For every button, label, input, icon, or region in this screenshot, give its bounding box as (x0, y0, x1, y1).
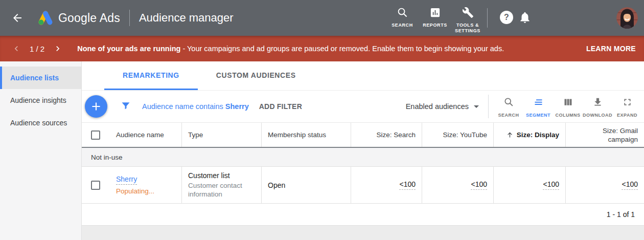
alert-banner: 1 / 2 None of your ads are running - You… (0, 36, 644, 61)
pagination-bar: 1 - 1 of 1 (82, 204, 644, 226)
column-header-type[interactable]: Type (181, 123, 261, 147)
header-actions: SEARCH REPORTS TOOLS & SETTINGS ? (386, 0, 644, 36)
column-header-size-search[interactable]: Size: Search (351, 123, 422, 147)
sidebar-item-audience-sources[interactable]: Audience sources (0, 112, 81, 134)
size-gmail-cell: <100 (565, 167, 644, 203)
header-search-button[interactable]: SEARCH (386, 0, 419, 36)
banner-headline: None of your ads are running (77, 45, 180, 53)
download-icon (592, 97, 603, 110)
type-detail: Customer contact information (188, 181, 261, 199)
download-button[interactable]: DOWNLOAD (583, 96, 612, 118)
type-cell: Customer list Customer contact informati… (181, 167, 261, 203)
header-reports-label: REPORTS (420, 23, 450, 28)
size-display-cell: <100 (493, 167, 565, 203)
banner-detail: - Your campaigns and ad groups are pause… (182, 45, 504, 53)
learn-more-link[interactable]: LEARN MORE (586, 45, 636, 53)
main-content: REMARKETING CUSTOM AUDIENCES Audience na… (82, 61, 644, 240)
audiences-table: Audience name Type Membership status Siz… (82, 122, 644, 226)
toolbar-divider (488, 95, 489, 118)
group-row-not-in-use: Not in-use (82, 148, 644, 167)
add-filter-button[interactable]: ADD FILTER (259, 102, 302, 111)
help-icon[interactable]: ? (500, 11, 513, 24)
table-toolbar: Audience name contains Sherry ADD FILTER… (82, 91, 644, 122)
banner-message: None of your ads are running - Your camp… (77, 45, 504, 53)
populating-status: Populating... (116, 187, 154, 195)
user-avatar[interactable] (616, 7, 638, 29)
chevron-left-icon[interactable] (11, 43, 21, 54)
segment-icon (533, 97, 544, 110)
tab-remarketing[interactable]: REMARKETING (104, 61, 198, 90)
tab-bar: REMARKETING CUSTOM AUDIENCES (82, 61, 644, 91)
audience-status-dropdown[interactable]: Enabled audiences (406, 102, 479, 111)
size-youtube-value[interactable]: <100 (471, 180, 487, 190)
column-header-audience-name[interactable]: Audience name (110, 123, 181, 147)
column-header-size-youtube[interactable]: Size: YouTube (422, 123, 493, 147)
header-tools-settings-label: TOOLS & SETTINGS (452, 23, 483, 34)
table-row: Sherry Populating... Customer list Custo… (82, 167, 644, 204)
bar-chart-icon (429, 7, 441, 20)
membership-status-cell: Open (261, 167, 351, 203)
size-search-cell: <100 (351, 167, 422, 203)
expand-icon (622, 97, 633, 110)
chevron-right-icon[interactable] (53, 43, 63, 54)
group-row-label: Not in-use (91, 154, 123, 161)
google-ads-logo-icon[interactable]: Google Ads (36, 10, 120, 26)
active-filter-chip[interactable]: Audience name contains Sherry (142, 102, 249, 111)
header-checkbox-cell (82, 123, 110, 147)
type-value: Customer list (188, 171, 230, 180)
audience-status-dropdown-value: Enabled audiences (406, 102, 469, 111)
column-header-size-display[interactable]: Size: Display (493, 123, 565, 147)
search-icon (397, 7, 408, 20)
back-arrow-icon[interactable] (11, 12, 24, 24)
size-youtube-cell: <100 (422, 167, 493, 203)
sidebar-item-label: Audience insights (10, 96, 66, 104)
app-header: Google Ads Audience manager SEARCH REPOR… (0, 0, 644, 36)
expand-button[interactable]: EXPAND (612, 96, 642, 118)
header-tools-settings-button[interactable]: TOOLS & SETTINGS (451, 0, 484, 36)
banner-pager-count: 1 / 2 (30, 45, 44, 53)
sidebar-item-label: Audience lists (10, 74, 59, 82)
banner-pager: 1 / 2 (11, 43, 63, 54)
columns-icon (563, 97, 573, 110)
content-background (82, 226, 644, 240)
table-header-row: Audience name Type Membership status Siz… (82, 123, 644, 148)
select-all-checkbox[interactable] (91, 130, 100, 140)
filter-value: Sherry (225, 102, 249, 111)
page-title: Audience manager (139, 11, 234, 25)
header-divider (129, 10, 130, 26)
chevron-down-icon (474, 105, 479, 108)
columns-label: COLUMNS (556, 113, 581, 118)
column-header-size-gmail[interactable]: Size: Gmail campaign (565, 123, 644, 147)
size-search-value[interactable]: <100 (399, 180, 416, 190)
audience-name-cell: Sherry Populating... (110, 167, 181, 203)
column-header-membership-status[interactable]: Membership status (261, 123, 351, 147)
segment-label: SEGMENT (526, 113, 550, 118)
column-header-size-display-label: Size: Display (517, 131, 559, 139)
pagination-range: 1 - 1 of 1 (607, 210, 635, 219)
segment-button[interactable]: SEGMENT (523, 96, 553, 118)
header-search-label: SEARCH (387, 23, 418, 28)
header-nav-divider (487, 8, 488, 28)
row-checkbox-cell (82, 167, 110, 203)
size-display-value[interactable]: <100 (543, 180, 559, 190)
add-audience-button[interactable] (85, 95, 107, 118)
sidebar-item-audience-insights[interactable]: Audience insights (0, 89, 81, 112)
sidebar: Audience lists Audience insights Audienc… (0, 61, 82, 240)
sidebar-item-audience-lists[interactable]: Audience lists (0, 67, 81, 89)
wrench-icon (462, 7, 474, 20)
audience-name-link[interactable]: Sherry (116, 175, 137, 185)
columns-button[interactable]: COLUMNS (553, 96, 583, 118)
size-gmail-value[interactable]: <100 (622, 180, 638, 190)
toolbar-actions: Enabled audiences SEARCH SEGMENT (406, 95, 642, 118)
table-search-label: SEARCH (498, 113, 519, 118)
column-header-size-gmail-label: Size: Gmail campaign (591, 126, 638, 144)
filter-prefix: Audience name contains (142, 102, 223, 111)
sort-ascending-icon (506, 131, 514, 139)
row-checkbox[interactable] (91, 181, 100, 190)
header-reports-button[interactable]: REPORTS (419, 0, 451, 36)
notifications-bell-icon[interactable] (518, 11, 532, 26)
tab-custom-audiences[interactable]: CUSTOM AUDIENCES (198, 61, 314, 90)
filter-icon[interactable] (121, 100, 131, 113)
table-search-button[interactable]: SEARCH (494, 96, 523, 118)
expand-label: EXPAND (617, 113, 637, 118)
